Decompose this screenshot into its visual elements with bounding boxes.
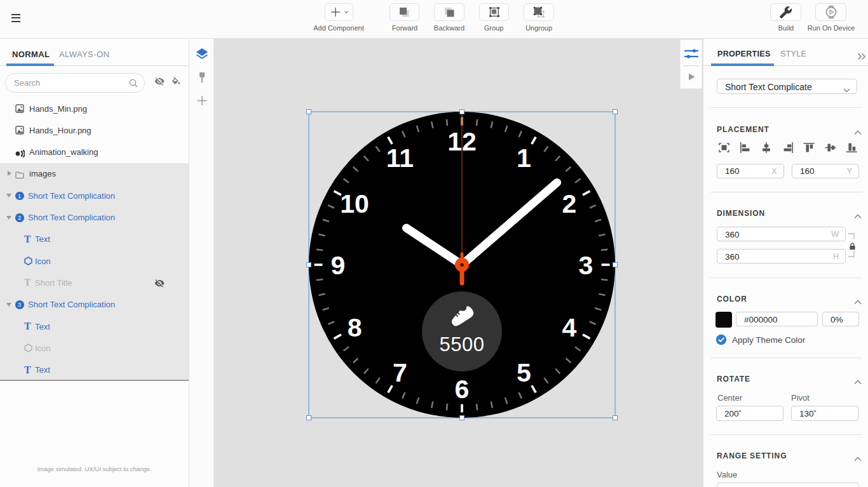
svg-text:9: 9 — [331, 251, 346, 280]
svg-text:4: 4 — [562, 313, 576, 342]
svg-text:3: 3 — [579, 251, 593, 280]
svg-text:2: 2 — [562, 189, 576, 218]
svg-text:10: 10 — [340, 189, 369, 218]
svg-text:1: 1 — [517, 143, 531, 173]
svg-text:11: 11 — [386, 143, 414, 173]
svg-text:6: 6 — [455, 375, 470, 404]
svg-text:8: 8 — [348, 313, 362, 342]
svg-text:7: 7 — [393, 358, 407, 387]
svg-text:5: 5 — [517, 358, 531, 387]
svg-text:5500: 5500 — [440, 333, 485, 356]
